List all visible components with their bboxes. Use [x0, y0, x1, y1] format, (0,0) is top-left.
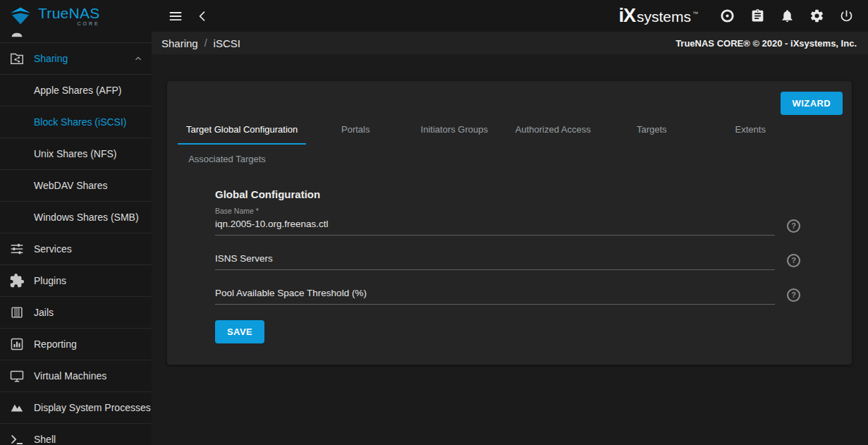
sidebar-item-label: Jails: [34, 307, 54, 318]
tab-label: Portals: [341, 124, 369, 135]
sidebar-item-label: Virtual Machines: [34, 370, 106, 382]
copyright-text: TrueNAS CORE® © 2020 - iXsystems, Inc.: [676, 38, 857, 49]
app-window: TrueNAS CORE iX systems ™: [0, 0, 868, 445]
sidebar-item-virtual-machines[interactable]: Virtual Machines: [0, 360, 152, 392]
chevron-up-icon: [133, 54, 143, 63]
trademark-symbol: ™: [692, 11, 698, 17]
breadcrumb-current: iSCSI: [214, 37, 240, 49]
sidebar-item-label: Display System Processes: [34, 402, 151, 413]
sidebar-item-unix-shares-nfs[interactable]: Unix Shares (NFS): [0, 138, 152, 170]
power-icon: [839, 8, 854, 23]
tab-label: Extents: [735, 124, 766, 135]
tab-label: Targets: [637, 124, 667, 135]
sidebar-item-label: Services: [34, 243, 72, 255]
topbar-right: iX systems ™: [618, 5, 868, 27]
main-area: Sharing / iSCSI TrueNAS CORE® © 2020 - i…: [152, 32, 868, 445]
iscsi-tabs: Target Global Configuration Portals Init…: [167, 115, 852, 174]
tab-targets[interactable]: Targets: [602, 115, 701, 145]
sidebar-item-label: Block Shares (iSCSI): [34, 116, 126, 128]
sidebar-item-label: Shell: [34, 434, 56, 445]
sidebar: Sharing Apple Shares (AFP) Block Shares …: [0, 32, 152, 445]
sidebar-item-label: Sharing: [34, 53, 68, 64]
tab-initiators-groups[interactable]: Initiators Groups: [405, 115, 503, 145]
base-name-input[interactable]: iqn.2005-10.org.freenas.ctl: [215, 219, 775, 236]
logo-subtitle: CORE: [38, 21, 100, 27]
pool-threshold-help-button[interactable]: ?: [787, 288, 800, 302]
settings-button[interactable]: [809, 8, 824, 23]
topbar: TrueNAS CORE iX systems ™: [0, 0, 868, 32]
task-manager-icon: [750, 8, 765, 23]
ixsystems-mark: iX: [618, 5, 635, 27]
truecommand-button[interactable]: [719, 8, 735, 24]
sidebar-item-partial[interactable]: [0, 32, 152, 43]
isns-servers-help-button[interactable]: ?: [787, 254, 800, 267]
isns-servers-field-row: ISNS Servers ?: [215, 253, 800, 270]
breadcrumb-section-link[interactable]: Sharing: [161, 37, 198, 49]
logo-title: TrueNAS: [38, 6, 100, 20]
tab-label: Authorized Access: [515, 124, 591, 135]
base-name-help-button[interactable]: ?: [787, 219, 800, 233]
sidebar-item-webdav-shares[interactable]: WebDAV Shares: [0, 170, 152, 202]
global-configuration-form: Global Configuration Base Name * iqn.200…: [167, 174, 852, 343]
terminal-icon: [9, 432, 25, 445]
ixsystems-logo: iX systems ™: [618, 5, 698, 27]
sidebar-item-apple-shares-afp[interactable]: Apple Shares (AFP): [0, 75, 152, 106]
sidebar-item-plugins[interactable]: Plugins: [0, 265, 152, 297]
notifications-button[interactable]: [780, 8, 795, 23]
folder-share-icon: [9, 51, 25, 66]
task-manager-button[interactable]: [750, 8, 765, 23]
power-button[interactable]: [839, 8, 854, 23]
save-button[interactable]: SAVE: [215, 320, 264, 343]
truenas-logo-text: TrueNAS CORE: [38, 6, 100, 27]
sidebar-item-label: Apple Shares (AFP): [34, 85, 122, 96]
hamburger-icon: [168, 8, 183, 24]
help-icon: ?: [791, 291, 796, 299]
truenas-logo-icon: [9, 6, 32, 26]
iscsi-card: WIZARD Target Global Configuration Porta…: [167, 81, 852, 365]
puzzle-icon: [9, 273, 25, 288]
processes-icon: [9, 400, 25, 415]
sidebar-item-label: Windows Shares (SMB): [34, 212, 139, 223]
sidebar-item-shell[interactable]: Shell: [0, 424, 152, 445]
gear-icon: [809, 8, 824, 23]
chevron-left-icon: [195, 9, 209, 23]
sidebar-item-services[interactable]: Services: [0, 233, 152, 265]
tune-icon: [9, 241, 25, 257]
pool-threshold-field-row: Pool Available Space Threshold (%) ?: [215, 288, 800, 305]
sidebar-item-jails[interactable]: Jails: [0, 297, 152, 329]
bell-icon: [780, 8, 795, 23]
sidebar-item-reporting[interactable]: Reporting: [0, 329, 152, 360]
sidebar-item-label: Reporting: [34, 339, 77, 350]
sidebar-collapse-button[interactable]: [195, 9, 209, 23]
sidebar-item-sharing[interactable]: Sharing: [0, 43, 152, 75]
tab-label: Initiators Groups: [421, 124, 488, 135]
save-row: SAVE: [215, 320, 800, 343]
tab-extents[interactable]: Extents: [701, 115, 800, 145]
tab-portals[interactable]: Portals: [306, 115, 405, 145]
truecommand-icon: [719, 8, 735, 24]
breadcrumb: Sharing / iSCSI TrueNAS CORE® © 2020 - i…: [152, 32, 868, 54]
sidebar-item-label: Unix Shares (NFS): [34, 148, 116, 159]
pool-threshold-input[interactable]: Pool Available Space Threshold (%): [215, 288, 775, 305]
breadcrumb-separator: /: [204, 37, 207, 49]
base-name-label: Base Name *: [215, 207, 775, 215]
hamburger-menu-button[interactable]: [168, 8, 183, 24]
monitor-icon: [9, 368, 25, 384]
truenas-logo[interactable]: TrueNAS CORE: [0, 6, 152, 27]
sidebar-item-display-system-processes[interactable]: Display System Processes: [0, 392, 152, 424]
topbar-icons: [719, 8, 854, 24]
isns-servers-input[interactable]: ISNS Servers: [215, 253, 775, 270]
wizard-button[interactable]: WIZARD: [781, 92, 843, 115]
content-area: WIZARD Target Global Configuration Porta…: [152, 54, 868, 445]
tab-target-global-configuration[interactable]: Target Global Configuration: [178, 115, 306, 145]
help-icon: ?: [791, 222, 796, 230]
sidebar-item-windows-shares-smb[interactable]: Windows Shares (SMB): [0, 202, 152, 233]
bar-chart-icon: [9, 336, 25, 352]
sidebar-item-block-shares-iscsi[interactable]: Block Shares (iSCSI): [0, 106, 152, 138]
tab-label: Target Global Configuration: [186, 124, 298, 135]
tab-authorized-access[interactable]: Authorized Access: [503, 115, 602, 145]
tab-associated-targets[interactable]: Associated Targets: [178, 145, 276, 174]
base-name-field-row: Base Name * iqn.2005-10.org.freenas.ctl …: [215, 207, 800, 236]
sidebar-item-label: WebDAV Shares: [34, 180, 108, 191]
sidebar-item-label: Plugins: [34, 275, 66, 286]
